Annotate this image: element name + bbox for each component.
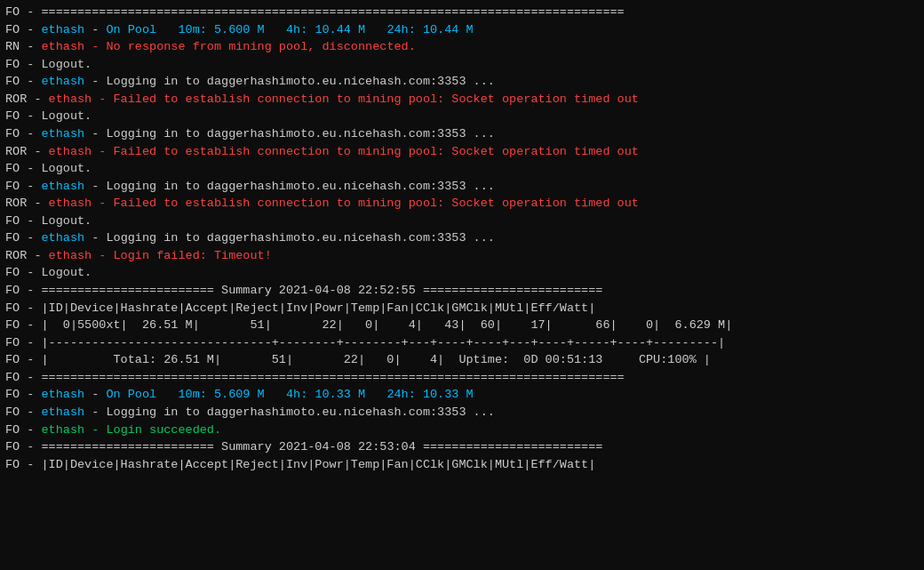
terminal-line: FO - |ID|Device|Hashrate|Accept|Reject|I… bbox=[5, 456, 919, 474]
terminal-line: FO - ======================== Summary 20… bbox=[5, 438, 919, 456]
terminal-line: ROR - ethash - Login failed: Timeout! bbox=[5, 247, 919, 265]
terminal-line: FO - |-------------------------------+--… bbox=[5, 334, 919, 352]
terminal-line: FO - ethash - Login succeeded. bbox=[5, 421, 919, 439]
terminal-line: ROR - ethash - Failed to establish conne… bbox=[5, 91, 919, 108]
terminal-line: FO - Logout. bbox=[5, 56, 919, 74]
terminal-line: ROR - ethash - Failed to establish conne… bbox=[5, 143, 919, 161]
terminal-line: FO - | Total: 26.51 M| 51| 22| 0| 4| Upt… bbox=[5, 351, 919, 369]
terminal-line: FO - ethash - Logging in to daggerhashim… bbox=[5, 229, 919, 247]
terminal-line: FO - Logout. bbox=[5, 108, 919, 125]
terminal-line: FO - ===================================… bbox=[5, 4, 919, 21]
terminal-line: FO - ======================== Summary 20… bbox=[5, 282, 919, 300]
terminal-line: FO - | 0|5500xt| 26.51 M| 51| 22| 0| 4| … bbox=[5, 317, 919, 334]
terminal-window: FO - ===================================… bbox=[0, 0, 924, 570]
terminal-line: FO - ethash - Logging in to daggerhashim… bbox=[5, 73, 919, 91]
terminal-line: FO - ethash - Logging in to daggerhashim… bbox=[5, 404, 919, 421]
terminal-line: ROR - ethash - Failed to establish conne… bbox=[5, 195, 919, 213]
terminal-line: FO - ===================================… bbox=[5, 369, 919, 387]
terminal-line: FO - |ID|Device|Hashrate|Accept|Reject|I… bbox=[5, 300, 919, 317]
terminal-line: FO - Logout. bbox=[5, 160, 919, 178]
terminal-line: FO - ethash - Logging in to daggerhashim… bbox=[5, 178, 919, 196]
terminal-line: FO - ethash - Logging in to daggerhashim… bbox=[5, 125, 919, 143]
terminal-line: FO - ethash - On Pool 10m: 5.600 M 4h: 1… bbox=[5, 21, 919, 39]
terminal-line: RN - ethash - No response from mining po… bbox=[5, 38, 919, 56]
terminal-line: FO - ethash - On Pool 10m: 5.609 M 4h: 1… bbox=[5, 386, 919, 404]
terminal-line: FO - Logout. bbox=[5, 264, 919, 282]
terminal-line: FO - Logout. bbox=[5, 213, 919, 230]
